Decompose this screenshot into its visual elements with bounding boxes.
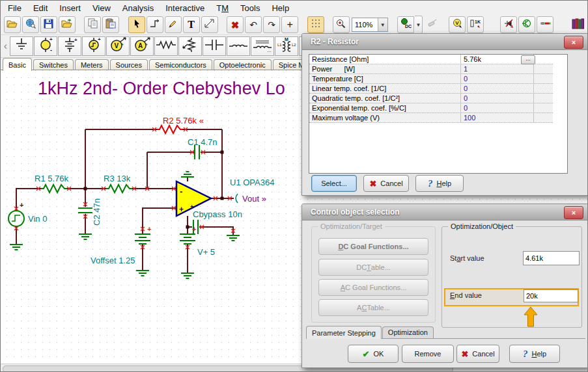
resistor-r1[interactable]	[41, 185, 67, 193]
paste-button[interactable]	[102, 16, 119, 33]
open-recent-button[interactable]	[59, 16, 76, 33]
capacitor-c1[interactable]	[195, 145, 199, 159]
close-icon[interactable]: ×	[564, 206, 583, 219]
svg-text:L1: L1	[277, 43, 282, 47]
component-ground-button[interactable]	[10, 36, 33, 56]
ground-symbol[interactable]	[136, 271, 149, 276]
end-value-input[interactable]	[524, 289, 578, 302]
open-file-button[interactable]	[4, 16, 21, 33]
label-r1[interactable]: R1 5.76k	[35, 174, 69, 183]
property-value[interactable]: 100	[460, 113, 533, 122]
grid-toggle-button[interactable]	[307, 16, 324, 33]
wire-tool-button[interactable]	[147, 16, 163, 33]
dc-mode-dropdown-arrow[interactable]: ▼	[415, 16, 423, 34]
menu-file[interactable]: File	[2, 1, 27, 15]
ground-symbol-opamp-top[interactable]	[181, 172, 194, 177]
zoom-in-button[interactable]	[333, 16, 350, 33]
menu-tm[interactable]: TM	[210, 1, 234, 15]
redo-button[interactable]: ↷	[263, 16, 280, 33]
tab-basic[interactable]: Basic	[3, 58, 32, 71]
cancel-button[interactable]: ✖ Cancel	[363, 175, 409, 192]
label-c2[interactable]: C2 47n	[92, 198, 102, 226]
component-iron-core-inductor-button[interactable]: ...	[251, 36, 274, 56]
text-tool-button[interactable]: T	[183, 16, 200, 33]
menu-analysis[interactable]: Analysis	[117, 1, 160, 15]
help-button[interactable]: ? Help	[509, 345, 560, 363]
help-button[interactable]: ? Help	[415, 175, 464, 192]
dc-interactive-mode-button[interactable]: DC	[397, 16, 414, 33]
label-vout[interactable]: Vout »	[242, 194, 266, 204]
cancel-button[interactable]: ✖ Cancel	[456, 345, 499, 363]
menu-edit[interactable]: Edit	[27, 1, 53, 15]
menu-interactive[interactable]: Interactive	[160, 1, 210, 15]
quick-resistance-button[interactable]: 1K	[467, 16, 484, 33]
delete-button[interactable]: ✖	[227, 16, 244, 33]
resistor-r3[interactable]	[106, 185, 132, 193]
ground-symbol[interactable]	[79, 234, 92, 239]
dimension-tool-button[interactable]	[201, 16, 218, 33]
tab-optimization[interactable]: Optimization	[382, 326, 434, 338]
component-ammeter-button[interactable]: A+	[130, 36, 154, 56]
label-voffset[interactable]: Voffset 1.25	[91, 256, 135, 265]
component-potentiometer-button[interactable]	[178, 36, 202, 56]
component-capacitor-button[interactable]	[203, 36, 226, 56]
tab-parameter-stepping[interactable]: Parameter Stepping	[306, 326, 382, 339]
svg-text:+: +	[121, 42, 124, 47]
component-fault-button[interactable]	[500, 16, 517, 33]
ellipsis-button[interactable]: ...	[521, 55, 535, 64]
component-voltage-generator-button[interactable]: +	[82, 36, 105, 56]
label-vin[interactable]: Vin 0	[28, 214, 47, 224]
property-value[interactable]: 1	[460, 64, 533, 73]
property-value[interactable]: 0	[460, 74, 533, 83]
select-tool-button[interactable]	[128, 16, 145, 33]
close-icon[interactable]: ×	[564, 36, 583, 49]
label-cbypass[interactable]: Cbypass 10n	[193, 209, 242, 219]
quick-voltmeter-button[interactable]: V	[449, 16, 466, 33]
component-voltage-source-button[interactable]: +-	[34, 36, 57, 56]
probe-tool-button[interactable]	[423, 16, 440, 33]
undo-button[interactable]: ↶	[245, 16, 262, 33]
property-value[interactable]: 0	[460, 84, 533, 93]
component-inductor-button[interactable]	[227, 36, 250, 56]
pencil-tool-button[interactable]	[165, 16, 182, 33]
label-opamp[interactable]: U1 OPA364	[230, 178, 274, 187]
ground-symbol[interactable]	[227, 235, 240, 241]
resistor-dialog-titlebar[interactable]: R2 - Resistor	[302, 34, 588, 50]
web-open-button[interactable]	[22, 16, 39, 33]
select-button[interactable]: Select...	[311, 175, 357, 192]
schematic-title[interactable]: 1kHz 2nd- Order Chebyshev Lo	[38, 79, 285, 98]
component-test-button[interactable]	[518, 16, 535, 33]
library-button[interactable]	[570, 16, 587, 33]
menu-tools[interactable]: Tools	[234, 1, 266, 15]
remove-button[interactable]: Remove	[402, 345, 454, 363]
point-tool-button[interactable]: +	[281, 16, 298, 33]
copy-button[interactable]	[84, 16, 101, 33]
zoom-level-combobox[interactable]: 110% ▼	[352, 18, 388, 32]
start-value-input[interactable]	[523, 251, 580, 265]
capacitor-c2[interactable]	[78, 208, 92, 213]
component-resistor-button[interactable]	[154, 36, 178, 56]
menu-view[interactable]: View	[87, 1, 117, 15]
property-value[interactable]: 0	[460, 94, 533, 103]
label-vplus[interactable]: V+ 5	[197, 247, 215, 257]
probe-pin-button[interactable]	[537, 16, 553, 33]
label-r3[interactable]: R3 13k	[104, 174, 131, 183]
ground-symbol[interactable]	[181, 273, 194, 278]
label-c1[interactable]: C1 4.7n	[188, 137, 217, 147]
component-battery-button[interactable]: +	[58, 36, 81, 56]
ground-symbol[interactable]	[10, 245, 23, 250]
chevron-down-icon[interactable]: ▼	[378, 18, 387, 31]
ok-button[interactable]: ✔ OK	[348, 345, 399, 363]
menu-help[interactable]: Help	[266, 1, 295, 15]
component-coupled-inductors-button[interactable]: ML1L2	[275, 36, 298, 56]
label-r2[interactable]: R2 5.76k «	[163, 116, 204, 126]
control-dialog-titlebar[interactable]: Control object selection	[302, 204, 588, 220]
menu-insert[interactable]: Insert	[53, 1, 87, 15]
save-button[interactable]	[40, 16, 57, 33]
component-voltmeter-button[interactable]: V+	[106, 36, 130, 56]
property-value[interactable]: 0	[460, 103, 533, 113]
vout-terminal[interactable]	[236, 194, 238, 203]
property-row-linear-temp: Linear temp. coef. [1/C] 0	[309, 84, 553, 94]
resistor-r2-selected[interactable]	[157, 126, 183, 133]
palette-scroll-left-icon[interactable]: ‹	[1, 36, 10, 56]
